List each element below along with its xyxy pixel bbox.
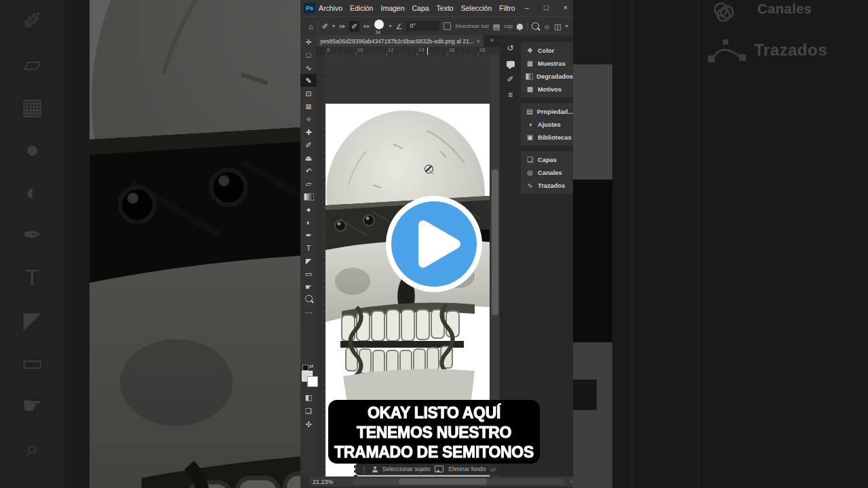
minimize-button[interactable]: – xyxy=(525,0,529,15)
brush-preset-icon[interactable]: ✐ xyxy=(322,22,328,30)
color-swatches[interactable]: ⇄ xyxy=(302,365,317,388)
background-ghost-scrollbar xyxy=(573,0,612,488)
move-tool[interactable]: ✛ xyxy=(300,35,317,48)
brush-mode-alt-icon[interactable]: ✏ xyxy=(363,22,370,30)
notifications-bell-icon[interactable] xyxy=(517,24,523,29)
screen-mode-button[interactable]: ❏ xyxy=(300,404,317,418)
panel-ajustes[interactable]: ◑ Ajustes xyxy=(521,118,573,131)
clipboard-icon[interactable]: ▤ xyxy=(493,22,500,30)
lightbulb-icon[interactable]: ☼ xyxy=(543,22,550,30)
chevron-down-icon[interactable]: ▾ xyxy=(332,23,335,29)
angle-input[interactable]: 0° xyxy=(406,21,439,31)
workspace-panel-icon[interactable]: ◫ xyxy=(554,22,561,30)
lasso-tool[interactable]: ∿ xyxy=(300,61,317,74)
transform-icon[interactable]: ▱ xyxy=(490,466,496,473)
menu-bar: Ps ArchivoEdiciónImagenCapaTextoSelecció… xyxy=(300,0,573,16)
panel-capas[interactable]: ❏ Capas xyxy=(521,153,573,166)
shape-tool[interactable]: ▭ xyxy=(300,267,317,280)
menu-item[interactable]: Filtro xyxy=(499,4,515,12)
close-button[interactable]: × xyxy=(564,0,568,15)
panel-group: ❏ Capas ◎ Canales ∿ xyxy=(521,151,573,194)
menu-item[interactable]: Edición xyxy=(350,4,373,12)
brush-settings-panel-icon[interactable]: ✐ xyxy=(502,72,519,87)
subtitle-caption: OKAY LISTO AQUÍTENEMOS NUESTROTRAMADO DE… xyxy=(328,400,540,464)
background-ghost-tool-icon: T xyxy=(0,256,64,299)
menu-item[interactable]: Selección xyxy=(461,4,492,12)
panel-bibliotecas[interactable]: ▣ Bibliotecas xyxy=(521,131,573,144)
zoom-level[interactable]: 21.23% xyxy=(313,479,334,485)
menu-item[interactable]: Capa xyxy=(412,4,429,12)
select-subject-button[interactable]: Seleccionar sujeto xyxy=(382,466,430,472)
document-tab-title: yes85a06d29396ab4347187b2c6bac6832b-edit… xyxy=(320,38,474,45)
marquee-tool[interactable]: □ xyxy=(300,48,317,61)
brush-tip-preview[interactable]: 34 xyxy=(374,19,385,34)
background-ghost-tool-icon: ◤ xyxy=(0,299,64,342)
history-brush-tool[interactable]: ↶ xyxy=(300,164,317,177)
pen-tool[interactable]: ✒ xyxy=(300,228,317,241)
chevron-down-icon[interactable]: ▾ xyxy=(566,23,568,29)
tool-presets-panel-icon[interactable]: ≡ xyxy=(502,87,519,103)
panel-color[interactable]: ❖ Color xyxy=(521,44,573,57)
healing-brush-tool[interactable]: ✚ xyxy=(300,125,317,138)
blur-tool[interactable]: ● xyxy=(300,203,317,216)
ruler-number: 16 xyxy=(448,47,478,56)
paths-icon xyxy=(705,35,749,66)
eraser-tool[interactable]: ▱ xyxy=(300,177,317,190)
panel-canales[interactable]: ◎ Canales xyxy=(521,166,573,179)
menu-item[interactable]: Archivo xyxy=(319,4,342,12)
photoshop-logo: Ps xyxy=(304,3,315,14)
share-button[interactable]: ✣ xyxy=(300,418,317,431)
crop-tool[interactable]: ⊡ xyxy=(300,87,317,100)
clone-stamp-tool[interactable]: ⏏ xyxy=(300,151,317,164)
object-selection-tool[interactable]: ✎ xyxy=(300,74,317,87)
vertical-scrollbar-thumb[interactable] xyxy=(492,169,498,315)
dodge-tool[interactable]: ◐ xyxy=(300,216,317,228)
brush-tip-icon xyxy=(374,20,384,29)
swap-colors-icon[interactable]: ⇄ xyxy=(309,363,314,369)
path-selection-tool[interactable]: ◤ xyxy=(300,254,317,267)
panel-propiedades[interactable]: ▤ Propiedad... xyxy=(521,105,573,118)
home-icon[interactable]: ⌂ xyxy=(309,22,313,30)
search-icon[interactable] xyxy=(532,22,539,30)
horizontal-scrollbar-thumb[interactable] xyxy=(399,479,487,485)
background-ghost-strip xyxy=(64,0,90,488)
quick-mask-button[interactable]: ◧ xyxy=(300,390,317,404)
channels-icon xyxy=(709,1,740,22)
background-left-blur: ✐▱▦●◐✒T◤▭☛⌕ xyxy=(0,0,300,488)
gradient-tool[interactable] xyxy=(300,190,317,203)
comments-panel-icon[interactable] xyxy=(502,56,519,72)
document-tab[interactable]: yes85a06d29396ab4347187b2c6bac6832b-edit… xyxy=(317,35,484,47)
ruler-number: 8 xyxy=(326,47,356,56)
menu-item[interactable]: Imagen xyxy=(380,4,404,12)
background-color-swatch[interactable] xyxy=(307,376,318,387)
hand-tool[interactable]: ☛ xyxy=(300,280,317,293)
brush-mode-active-icon[interactable]: ✐ xyxy=(349,21,359,32)
sample-all-checkbox[interactable] xyxy=(443,22,451,30)
shorts-video-frame: ✐▱▦●◐✒T◤▭☛⌕ Canales T xyxy=(0,0,868,488)
tab-close-icon[interactable]: × xyxy=(477,38,480,45)
horizontal-scrollbar[interactable]: › xyxy=(353,479,564,485)
menu-item[interactable]: Texto xyxy=(437,4,454,12)
eyedropper-tool[interactable]: ✧ xyxy=(300,113,317,125)
toolbar-more[interactable]: ⋯ xyxy=(300,306,317,319)
chevron-down-icon[interactable]: ▾ xyxy=(389,23,392,29)
ruler-number: 14 xyxy=(417,47,448,56)
panel-motivos[interactable]: ▩ Motivos xyxy=(521,83,573,96)
panel-muestras[interactable]: ▦ Muestras xyxy=(521,57,573,70)
tab-overflow-icon[interactable]: » xyxy=(490,37,494,43)
history-panel-icon[interactable]: ↺ xyxy=(502,41,519,56)
remove-background-button[interactable]: Eliminar fondo xyxy=(448,466,486,472)
brush-tool[interactable]: ✐ xyxy=(300,138,317,151)
frame-tool[interactable]: ⊠ xyxy=(300,100,317,113)
type-tool[interactable]: T xyxy=(300,241,317,254)
maximize-button[interactable]: □ xyxy=(544,0,549,15)
video-play-button[interactable] xyxy=(385,195,483,293)
horizontal-ruler: 81012141618 xyxy=(326,47,525,56)
panel-degradados[interactable]: Degradados xyxy=(521,70,573,83)
brush-mode-icon[interactable]: ✑ xyxy=(339,22,345,30)
zoom-tool[interactable] xyxy=(300,293,317,306)
default-colors-icon[interactable] xyxy=(302,365,309,371)
taskbar-grip-icon[interactable]: ⋮ xyxy=(361,466,368,473)
scroll-right-icon[interactable]: › xyxy=(570,478,572,485)
panel-trazados[interactable]: ∿ Trazados xyxy=(521,179,573,192)
